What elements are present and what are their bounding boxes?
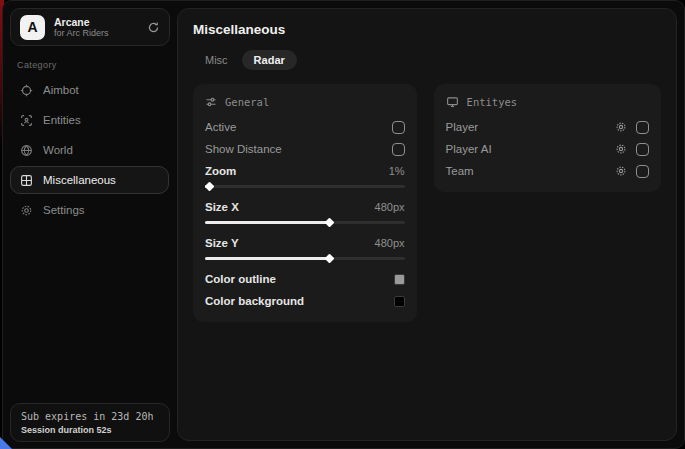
sidebar: A Arcane for Arc Riders Category Aimbot: [3, 1, 176, 448]
app-window: A Arcane for Arc Riders Category Aimbot: [2, 0, 685, 449]
color-background-swatch[interactable]: [394, 296, 405, 307]
grid-icon: [20, 174, 33, 187]
tab-misc[interactable]: Misc: [193, 50, 240, 70]
entity-row-player: Player: [446, 116, 649, 138]
globe-icon: [20, 144, 33, 157]
main-content: Miscellaneous Misc Radar General Active: [177, 8, 677, 441]
slider-fill: [205, 257, 329, 260]
setting-label: Color background: [205, 295, 304, 307]
color-outline-swatch[interactable]: [394, 274, 405, 285]
sidebar-item-entities[interactable]: Entities: [10, 106, 169, 134]
slider-fill: [205, 185, 209, 188]
general-panel-header: General: [205, 96, 405, 108]
general-panel-title: General: [225, 96, 269, 108]
entity-label: Player AI: [446, 143, 492, 155]
entities-panel-header: Entityes: [446, 96, 649, 108]
entities-panel-title: Entityes: [467, 96, 518, 108]
monitor-icon: [446, 96, 459, 108]
general-panel: General Active Show Distance Zoom 1%: [193, 84, 417, 322]
sliders-icon: [205, 96, 217, 108]
size-y-slider[interactable]: [205, 257, 405, 260]
sidebar-item-label: Entities: [43, 114, 81, 126]
entity-label: Team: [446, 165, 474, 177]
setting-row-size-x: Size X 480px: [205, 196, 405, 218]
setting-label: Size X: [205, 201, 239, 213]
sidebar-item-label: World: [43, 144, 73, 156]
setting-label: Show Distance: [205, 143, 282, 155]
panel-row: General Active Show Distance Zoom 1%: [193, 84, 661, 322]
setting-label: Color outline: [205, 273, 276, 285]
entity-gear-icon[interactable]: [615, 165, 627, 177]
entity-row-player-ai: Player AI: [446, 138, 649, 160]
setting-row-active: Active: [205, 116, 405, 138]
entity-gear-icon[interactable]: [615, 143, 627, 155]
sidebar-item-label: Settings: [43, 204, 85, 216]
tab-bar: Misc Radar: [193, 50, 661, 70]
tab-radar[interactable]: Radar: [242, 50, 297, 70]
category-label: Category: [17, 60, 176, 70]
app-logo: A: [20, 15, 45, 40]
app-subtitle: for Arc Riders: [54, 28, 109, 38]
slider-handle[interactable]: [205, 182, 215, 192]
player-ai-checkbox[interactable]: [636, 143, 649, 156]
app-name: Arcane: [54, 16, 109, 28]
brand-card: A Arcane for Arc Riders: [10, 8, 170, 46]
page-title: Miscellaneous: [193, 22, 661, 37]
entity-gear-icon[interactable]: [615, 121, 627, 133]
sidebar-item-label: Miscellaneous: [43, 174, 116, 186]
setting-row-zoom: Zoom 1%: [205, 160, 405, 182]
setting-row-show-distance: Show Distance: [205, 138, 405, 160]
size-x-value: 480px: [375, 201, 405, 213]
zoom-slider[interactable]: [205, 185, 405, 188]
entities-panel: Entityes Player Player AI: [434, 84, 661, 192]
team-checkbox[interactable]: [636, 165, 649, 178]
setting-row-color-background: Color background: [205, 290, 405, 312]
setting-label: Active: [205, 121, 236, 133]
size-x-slider[interactable]: [205, 221, 405, 224]
refresh-icon[interactable]: [147, 21, 160, 34]
crosshair-icon: [20, 84, 33, 97]
zoom-value: 1%: [389, 165, 405, 177]
sidebar-item-label: Aimbot: [43, 84, 79, 96]
sidebar-item-settings[interactable]: Settings: [10, 196, 169, 224]
session-duration-text: Session duration 52s: [21, 425, 159, 435]
active-checkbox[interactable]: [392, 121, 405, 134]
sidebar-item-aimbot[interactable]: Aimbot: [10, 76, 169, 104]
sidebar-item-miscellaneous[interactable]: Miscellaneous: [10, 166, 169, 194]
sidebar-nav: Aimbot Entities World: [3, 76, 176, 224]
desktop-blue-corner: [0, 437, 12, 449]
gear-icon: [20, 204, 33, 217]
show-distance-checkbox[interactable]: [392, 143, 405, 156]
setting-row-color-outline: Color outline: [205, 268, 405, 290]
brand-text: Arcane for Arc Riders: [54, 16, 109, 38]
size-y-value: 480px: [375, 237, 405, 249]
setting-label: Size Y: [205, 237, 239, 249]
player-checkbox[interactable]: [636, 121, 649, 134]
scan-person-icon: [20, 114, 33, 127]
setting-label: Zoom: [205, 165, 236, 177]
entity-row-team: Team: [446, 160, 649, 182]
slider-handle[interactable]: [324, 218, 334, 228]
sub-expiry-text: Sub expires in 23d 20h: [21, 411, 159, 422]
slider-fill: [205, 221, 329, 224]
setting-row-size-y: Size Y 480px: [205, 232, 405, 254]
sidebar-item-world[interactable]: World: [10, 136, 169, 164]
slider-handle[interactable]: [324, 254, 334, 264]
entity-label: Player: [446, 121, 479, 133]
subscription-card: Sub expires in 23d 20h Session duration …: [10, 403, 170, 442]
